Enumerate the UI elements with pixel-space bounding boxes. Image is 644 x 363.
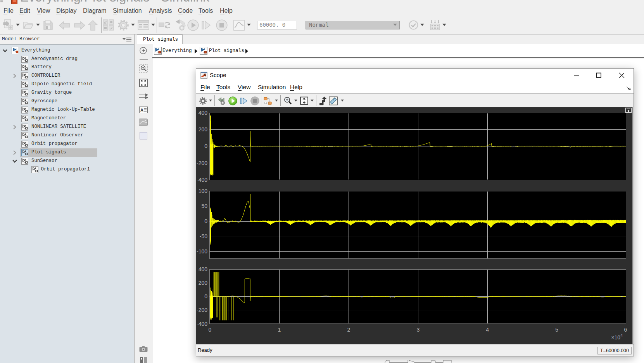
svg-text:3: 3: [416, 327, 420, 333]
svg-text:100: 100: [199, 188, 208, 194]
svg-text:0: 0: [204, 218, 207, 224]
svg-text:400: 400: [199, 110, 208, 116]
svg-text:400: 400: [199, 266, 208, 272]
svg-text:-400: -400: [197, 321, 207, 327]
svg-text:200: 200: [199, 280, 208, 286]
svg-text:0: 0: [204, 293, 207, 299]
svg-text:2: 2: [347, 327, 350, 333]
svg-text:200: 200: [199, 126, 208, 132]
svg-text:-100: -100: [197, 248, 207, 255]
svg-text:-400: -400: [197, 177, 207, 183]
svg-text:6: 6: [624, 327, 627, 333]
svg-text:-200: -200: [197, 160, 207, 166]
svg-text:A: A: [140, 108, 143, 112]
svg-text:1: 1: [278, 327, 281, 333]
svg-text:-50: -50: [200, 233, 207, 239]
svg-text:5: 5: [555, 327, 558, 333]
svg-text:-200: -200: [197, 307, 207, 313]
svg-text:4: 4: [486, 327, 489, 333]
svg-text:0: 0: [209, 327, 212, 333]
svg-text:0: 0: [204, 143, 207, 149]
svg-text:50: 50: [201, 203, 207, 209]
